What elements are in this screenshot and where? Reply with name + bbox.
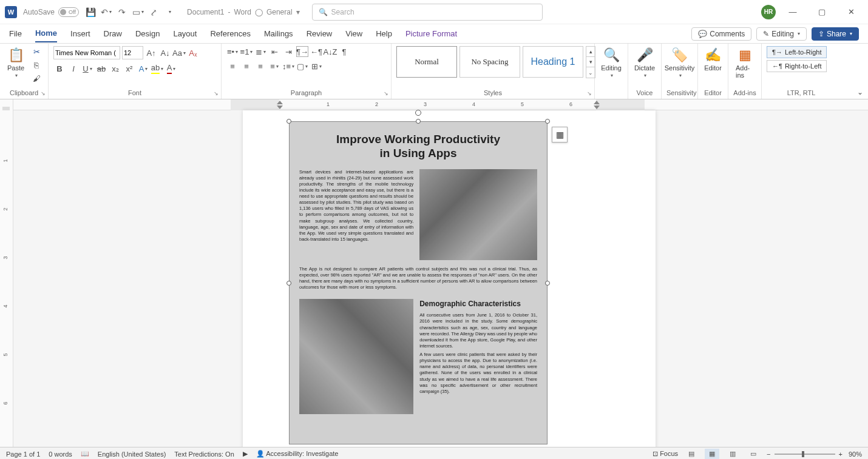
layout-options-button[interactable]: ▦ <box>552 127 568 142</box>
paragraph-launcher-icon[interactable]: ↘ <box>384 90 388 96</box>
tab-draw[interactable]: Draw <box>104 25 122 42</box>
text-effects-icon[interactable]: A▾ <box>137 63 149 74</box>
cut-icon[interactable]: ✂ <box>30 46 42 57</box>
minimize-button[interactable]: — <box>781 3 805 21</box>
increase-font-icon[interactable]: A↑ <box>145 47 157 58</box>
align-right-icon[interactable]: ≡ <box>254 61 266 72</box>
tab-review[interactable]: Review <box>307 25 333 42</box>
format-painter-icon[interactable]: 🖌 <box>30 73 42 84</box>
undo-icon[interactable]: ↶▾ <box>101 7 112 18</box>
inserted-picture[interactable]: ▦ Improve Working Productivity in Using … <box>289 121 548 444</box>
tab-mailings[interactable]: Mailings <box>264 25 293 42</box>
rotate-handle[interactable] <box>415 110 421 116</box>
web-layout-icon[interactable]: ▥ <box>725 449 740 460</box>
increase-indent-icon[interactable]: ⇥ <box>282 46 294 57</box>
redo-icon[interactable]: ↷ <box>117 7 127 18</box>
font-size-select[interactable] <box>122 46 143 59</box>
horizontal-ruler[interactable]: 1 2 3 4 5 6 <box>13 99 868 110</box>
style-normal[interactable]: Normal <box>396 46 457 78</box>
tab-help[interactable]: Help <box>376 25 392 42</box>
rtl-button[interactable]: ←¶Right-to-Left <box>767 60 827 72</box>
superscript-icon[interactable]: x² <box>123 63 135 74</box>
editor-button[interactable]: ✍ Editor <box>702 46 724 73</box>
justify-icon[interactable]: ≡▾ <box>268 61 280 72</box>
spell-check-icon[interactable]: 📖 <box>81 450 89 458</box>
numbering-icon[interactable]: ≡1▾ <box>240 46 253 57</box>
tab-references[interactable]: References <box>210 25 250 42</box>
styles-more-icon[interactable]: ⌄ <box>586 67 595 78</box>
decrease-font-icon[interactable]: A↓ <box>159 47 171 58</box>
styles-scroll-down-icon[interactable]: ▾ <box>586 57 595 67</box>
resize-handle-tm[interactable] <box>416 119 421 124</box>
borders-icon[interactable]: ⊞▾ <box>310 61 322 72</box>
font-launcher-icon[interactable]: ↘ <box>214 90 219 96</box>
qat-customize-icon[interactable]: ▾ <box>164 7 175 18</box>
style-heading-1[interactable]: Heading 1 <box>523 46 583 78</box>
focus-mode-button[interactable]: ⊡ Focus <box>653 450 678 458</box>
zoom-slider[interactable]: − + <box>767 451 843 458</box>
underline-icon[interactable]: U▾ <box>81 63 93 74</box>
font-color-icon[interactable]: A▾ <box>165 63 177 74</box>
tab-design[interactable]: Design <box>135 25 160 42</box>
tab-view[interactable]: View <box>345 25 362 42</box>
macro-icon[interactable]: ▶ <box>243 450 248 458</box>
document-canvas[interactable]: ▦ Improve Working Productivity in Using … <box>13 110 868 447</box>
change-case-icon[interactable]: Aa▾ <box>173 47 185 58</box>
autosave-toggle[interactable]: Off <box>58 7 79 17</box>
styles-launcher-icon[interactable]: ↘ <box>587 90 592 96</box>
align-left-icon[interactable]: ≡ <box>226 61 239 72</box>
shading-icon[interactable]: ▢▾ <box>296 61 308 72</box>
tab-file[interactable]: File <box>9 25 22 42</box>
outline-view-icon[interactable]: ▭ <box>746 449 761 460</box>
bullets-icon[interactable]: ≡•▾ <box>226 46 239 57</box>
dictate-button[interactable]: 🎤 Dictate ▾ <box>632 46 657 79</box>
collapse-ribbon-icon[interactable]: ⌄ <box>857 88 863 96</box>
ltr-paragraph-icon[interactable]: ¶→ <box>296 46 308 57</box>
highlight-icon[interactable]: ab▾ <box>151 63 163 74</box>
multilevel-list-icon[interactable]: ≣▾ <box>254 46 266 57</box>
print-layout-icon[interactable]: ▦ <box>705 449 719 460</box>
accessibility-status[interactable]: 👤 Accessibility: Investigate <box>256 450 339 458</box>
addins-button[interactable]: ▦ Add-ins <box>733 46 756 80</box>
tab-picture-format[interactable]: Picture Format <box>405 25 457 42</box>
align-center-icon[interactable]: ≡ <box>240 61 253 72</box>
text-predictions-status[interactable]: Text Predictions: On <box>174 451 234 458</box>
copy-icon[interactable]: ⎘ <box>30 59 42 70</box>
clipboard-launcher-icon[interactable]: ↘ <box>41 90 46 96</box>
word-count[interactable]: 0 words <box>49 451 72 458</box>
zoom-level[interactable]: 90% <box>849 451 862 458</box>
sort-icon[interactable]: A↓Z <box>324 46 336 57</box>
zoom-in-icon[interactable]: + <box>839 451 843 458</box>
maximize-button[interactable]: ▢ <box>810 3 834 21</box>
zoom-out-icon[interactable]: − <box>767 451 770 458</box>
user-avatar[interactable]: HR <box>761 5 776 19</box>
subscript-icon[interactable]: x₂ <box>109 63 121 74</box>
decrease-indent-icon[interactable]: ⇤ <box>268 46 280 57</box>
page-count[interactable]: Page 1 of 1 <box>6 451 40 458</box>
paste-button[interactable]: 📋 Paste ▾ <box>5 46 27 79</box>
strikethrough-icon[interactable]: ab <box>95 63 107 74</box>
comments-button[interactable]: 💬Comments <box>691 27 751 41</box>
font-name-select[interactable] <box>53 46 120 59</box>
qat-item2-icon[interactable]: ⤤ <box>148 7 159 18</box>
tab-insert[interactable]: Insert <box>70 25 90 42</box>
tab-home[interactable]: Home <box>35 25 57 42</box>
ltr-button[interactable]: ¶→Left-to-Right <box>767 46 827 58</box>
line-spacing-icon[interactable]: ↕≡▾ <box>282 61 294 72</box>
editing-dropdown[interactable]: 🔍 Editing ▾ <box>598 46 624 79</box>
editing-mode-button[interactable]: ✎Editing▾ <box>756 27 807 41</box>
clear-formatting-icon[interactable]: Aᵪ <box>187 47 199 58</box>
language-status[interactable]: English (United States) <box>98 451 166 458</box>
resize-handle-tl[interactable] <box>287 119 291 124</box>
resize-handle-tr[interactable] <box>545 119 550 124</box>
italic-icon[interactable]: I <box>67 63 80 74</box>
vertical-ruler[interactable]: 1 2 3 4 5 6 <box>0 99 13 447</box>
search-input[interactable]: 🔍 Search <box>312 4 543 21</box>
qat-item-icon[interactable]: ▭▾ <box>132 7 143 18</box>
rtl-paragraph-icon[interactable]: ←¶ <box>310 46 322 57</box>
tab-layout[interactable]: Layout <box>173 25 197 42</box>
sensitivity-button[interactable]: 🏷️ Sensitivity ▾ <box>662 46 697 79</box>
read-mode-icon[interactable]: ▤ <box>684 449 699 460</box>
resize-handle-mr[interactable] <box>545 281 550 286</box>
bold-icon[interactable]: B <box>53 63 66 74</box>
